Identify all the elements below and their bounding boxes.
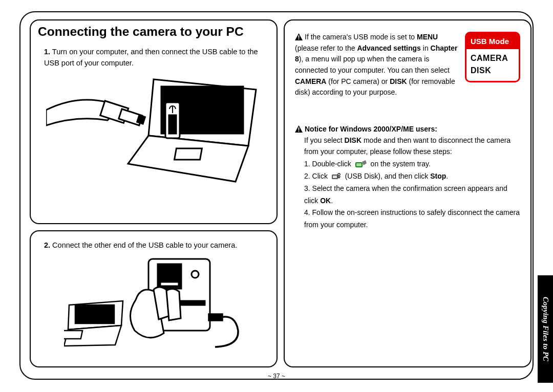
svg-rect-18: [299, 127, 300, 130]
section-step-1: Connecting the camera to your PC 1. Turn…: [30, 19, 278, 224]
windows-notice-title-line: Notice for Windows 2000/XP/ME users:: [295, 124, 520, 135]
svg-rect-3: [169, 115, 176, 134]
systray-safely-remove-icon: [355, 160, 367, 168]
chapter-side-tab-label: Copying Files to PC: [541, 297, 550, 361]
svg-point-24: [338, 173, 340, 176]
windows-notice-title: Notice for Windows 2000/XP/ME users:: [305, 125, 437, 133]
usb-mode-option-camera: CAMERA: [471, 52, 515, 64]
disconnect-steps: 1. Double-click on the system tray. 2. C…: [304, 158, 520, 231]
svg-rect-19: [299, 130, 300, 132]
usb-mode-header: USB Mode: [466, 33, 519, 49]
windows-notice-block: Notice for Windows 2000/XP/ME users: If …: [295, 124, 520, 231]
usb-mode-callout: USB Mode CAMERA DISK: [465, 32, 520, 82]
manual-page: Connecting the camera to your PC 1. Turn…: [19, 11, 534, 380]
usb-disk-icon: [332, 173, 341, 180]
disconnect-step-3: 3. Select the camera when the confirmati…: [304, 183, 520, 207]
illustration-camera-hand-laptop: [64, 254, 243, 351]
warning-icon: [295, 33, 303, 40]
windows-notice-body: If you select DISK mode and then want to…: [304, 135, 520, 157]
page-title: Connecting the camera to your PC: [38, 25, 268, 39]
svg-rect-1: [175, 148, 202, 160]
illustration-laptop-usb-cable: [46, 74, 261, 192]
section-step-2: 2. Connect the other end of the USB cabl…: [30, 230, 278, 367]
svg-rect-16: [299, 35, 300, 38]
warning-icon: [295, 125, 303, 133]
svg-rect-7: [75, 305, 114, 323]
svg-point-13: [192, 271, 199, 278]
chapter-side-tab: Copying Files to PC: [538, 275, 553, 383]
step-1-body: Turn on your computer, and then connect …: [44, 48, 258, 67]
step-1-number: 1.: [44, 48, 50, 56]
step-1-text: 1. Turn on your computer, and then conne…: [44, 46, 266, 69]
svg-rect-21: [356, 163, 361, 166]
step-2-body: Connect the other end of the USB cable t…: [50, 241, 237, 249]
svg-rect-17: [299, 38, 300, 39]
step-2-text: 2. Connect the other end of the USB cabl…: [44, 239, 266, 251]
svg-rect-6: [137, 115, 145, 124]
svg-rect-8: [64, 331, 82, 339]
right-column-notes: USB Mode CAMERA DISK If the camera's USB…: [284, 19, 531, 367]
disconnect-step-1: 1. Double-click on the system tray.: [304, 158, 520, 170]
svg-rect-15: [209, 314, 222, 320]
disconnect-step-2: 2. Click (USB Disk), and then click Stop…: [304, 170, 520, 183]
usb-mode-option-disk: DISK: [471, 64, 515, 77]
step-2-number: 2.: [44, 241, 50, 249]
left-column: Connecting the camera to your PC 1. Turn…: [30, 19, 278, 367]
page-number: ~ 37 ~: [20, 373, 533, 380]
disconnect-step-4: 4. Follow the on-screen instructions to …: [304, 207, 520, 231]
svg-rect-23: [333, 176, 337, 178]
svg-rect-12: [161, 268, 178, 282]
